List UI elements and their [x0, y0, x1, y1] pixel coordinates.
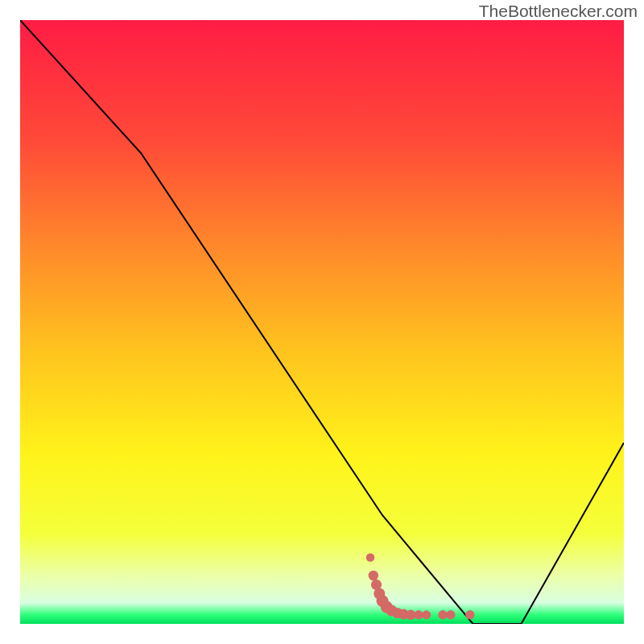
data-dot — [438, 610, 447, 619]
data-dot — [369, 571, 378, 580]
gradient-background — [20, 20, 624, 624]
bottleneck-chart — [20, 20, 624, 624]
watermark-text: TheBottlenecker.com — [479, 2, 638, 21]
data-dot — [465, 610, 474, 619]
data-dot — [422, 610, 431, 619]
chart-svg — [20, 20, 624, 624]
data-dot — [446, 610, 455, 619]
data-dot — [414, 610, 423, 619]
data-dot — [366, 553, 375, 562]
